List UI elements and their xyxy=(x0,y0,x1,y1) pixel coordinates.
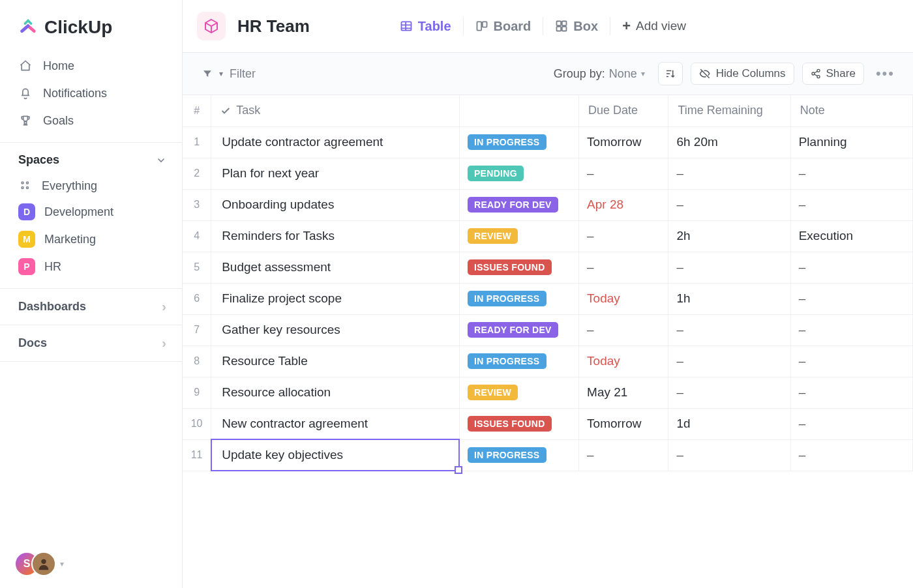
sort-button[interactable] xyxy=(658,62,683,85)
cell-status[interactable]: READY FOR DEV xyxy=(459,189,578,220)
col-header-note[interactable]: Note xyxy=(790,95,912,126)
cell-task[interactable]: Update contractor agreement xyxy=(211,126,460,158)
table-row[interactable]: 10 New contractor agreement ISSUES FOUND… xyxy=(183,408,913,439)
table-row[interactable]: 3 Onboarding updates READY FOR DEV Apr 2… xyxy=(183,189,913,220)
hide-columns-button[interactable]: Hide Columns xyxy=(691,63,794,85)
cell-task[interactable]: Plan for next year xyxy=(211,158,460,189)
cell-task[interactable]: New contractor agreement xyxy=(211,408,460,439)
cell-num[interactable]: 4 xyxy=(183,220,211,252)
cell-status[interactable]: ISSUES FOUND xyxy=(459,408,578,439)
more-menu[interactable]: ••• xyxy=(872,65,899,82)
cell-status[interactable]: IN PROGRESS xyxy=(459,439,578,471)
table-row[interactable]: 2 Plan for next year PENDING – – – xyxy=(183,158,913,189)
cell-note[interactable]: – xyxy=(790,377,912,408)
cell-note[interactable]: – xyxy=(790,345,912,377)
cell-task[interactable]: Update key objectives xyxy=(211,439,460,471)
cell-status[interactable]: IN PROGRESS xyxy=(459,345,578,377)
spaces-header[interactable]: Spaces xyxy=(0,143,182,173)
view-tab-table[interactable]: Table xyxy=(388,16,463,37)
col-header-task[interactable]: Task xyxy=(211,95,460,126)
cell-note[interactable]: – xyxy=(790,314,912,345)
cell-due[interactable]: Tomorrow xyxy=(579,126,668,158)
view-tab-board[interactable]: Board xyxy=(464,16,543,37)
cell-due[interactable]: – xyxy=(579,158,668,189)
sidebar-space-hr[interactable]: P HR xyxy=(0,253,182,280)
cell-time[interactable]: – xyxy=(668,345,790,377)
cell-status[interactable]: REVIEW xyxy=(459,220,578,252)
cell-status[interactable]: PENDING xyxy=(459,158,578,189)
cell-task[interactable]: Resource Table xyxy=(211,345,460,377)
cell-num[interactable]: 8 xyxy=(183,345,211,377)
cell-due[interactable]: May 21 xyxy=(579,377,668,408)
cell-time[interactable]: – xyxy=(668,314,790,345)
sidebar-item-dashboards[interactable]: Dashboards › xyxy=(0,289,182,325)
cell-due[interactable]: Today xyxy=(579,283,668,314)
table-row[interactable]: 4 Reminders for Tasks REVIEW – 2h Execut… xyxy=(183,220,913,252)
cell-status[interactable]: IN PROGRESS xyxy=(459,126,578,158)
cell-num[interactable]: 11 xyxy=(183,439,211,471)
cell-num[interactable]: 10 xyxy=(183,408,211,439)
cell-due[interactable]: Tomorrow xyxy=(579,408,668,439)
sidebar-space-development[interactable]: D Development xyxy=(0,198,182,226)
cell-status[interactable]: REVIEW xyxy=(459,377,578,408)
sidebar-item-docs[interactable]: Docs › xyxy=(0,325,182,361)
cell-task[interactable]: Reminders for Tasks xyxy=(211,220,460,252)
cell-num[interactable]: 5 xyxy=(183,252,211,283)
cell-time[interactable]: – xyxy=(668,252,790,283)
cell-num[interactable]: 1 xyxy=(183,126,211,158)
cell-time[interactable]: – xyxy=(668,439,790,471)
sidebar-item-home[interactable]: Home xyxy=(0,52,182,80)
cell-time[interactable]: 2h xyxy=(668,220,790,252)
cell-note[interactable]: – xyxy=(790,283,912,314)
cell-num[interactable]: 9 xyxy=(183,377,211,408)
cell-num[interactable]: 6 xyxy=(183,283,211,314)
cell-task[interactable]: Budget assessment xyxy=(211,252,460,283)
cell-num[interactable]: 7 xyxy=(183,314,211,345)
cell-task[interactable]: Finalize project scope xyxy=(211,283,460,314)
cell-due[interactable]: – xyxy=(579,252,668,283)
table-row[interactable]: 8 Resource Table IN PROGRESS Today – – xyxy=(183,345,913,377)
sidebar-space-marketing[interactable]: M Marketing xyxy=(0,226,182,253)
sidebar-item-goals[interactable]: Goals xyxy=(0,107,182,134)
cell-due[interactable]: – xyxy=(579,314,668,345)
cell-time[interactable]: – xyxy=(668,377,790,408)
cell-status[interactable]: ISSUES FOUND xyxy=(459,252,578,283)
cell-note[interactable]: Planning xyxy=(790,126,912,158)
col-header-status[interactable] xyxy=(459,95,578,126)
sidebar-item-everything[interactable]: Everything xyxy=(0,173,182,198)
col-header-num[interactable]: # xyxy=(183,95,211,126)
cell-task[interactable]: Resource allocation xyxy=(211,377,460,408)
space-icon[interactable] xyxy=(197,12,226,40)
cell-note[interactable]: – xyxy=(790,439,912,471)
user-menu[interactable]: S ▾ xyxy=(14,551,64,576)
share-button[interactable]: Share xyxy=(802,63,864,85)
table-row[interactable]: 7 Gather key resources READY FOR DEV – –… xyxy=(183,314,913,345)
cell-time[interactable]: – xyxy=(668,158,790,189)
cell-status[interactable]: READY FOR DEV xyxy=(459,314,578,345)
table-row[interactable]: 6 Finalize project scope IN PROGRESS Tod… xyxy=(183,283,913,314)
cell-time[interactable]: 1h xyxy=(668,283,790,314)
cell-note[interactable]: Execution xyxy=(790,220,912,252)
app-logo[interactable]: ClickUp xyxy=(0,0,182,47)
sidebar-item-notifications[interactable]: Notifications xyxy=(0,80,182,107)
cell-due[interactable]: Apr 28 xyxy=(579,189,668,220)
table-row[interactable]: 11 Update key objectives IN PROGRESS – –… xyxy=(183,439,913,471)
cell-task[interactable]: Gather key resources xyxy=(211,314,460,345)
add-view-button[interactable]: + Add view xyxy=(622,18,686,35)
table-row[interactable]: 1 Update contractor agreement IN PROGRES… xyxy=(183,126,913,158)
cell-status[interactable]: IN PROGRESS xyxy=(459,283,578,314)
cell-num[interactable]: 3 xyxy=(183,189,211,220)
filter-button[interactable]: ▾ Filter xyxy=(197,63,261,85)
cell-due[interactable]: – xyxy=(579,439,668,471)
cell-note[interactable]: – xyxy=(790,252,912,283)
cell-num[interactable]: 2 xyxy=(183,158,211,189)
col-header-due[interactable]: Due Date xyxy=(579,95,668,126)
table-row[interactable]: 5 Budget assessment ISSUES FOUND – – – xyxy=(183,252,913,283)
group-by-select[interactable]: Group by: None ▾ xyxy=(554,67,645,81)
table-row[interactable]: 9 Resource allocation REVIEW May 21 – – xyxy=(183,377,913,408)
view-tab-box[interactable]: Box xyxy=(543,16,610,37)
cell-task[interactable]: Onboarding updates xyxy=(211,189,460,220)
cell-note[interactable]: – xyxy=(790,189,912,220)
cell-time[interactable]: 6h 20m xyxy=(668,126,790,158)
cell-time[interactable]: – xyxy=(668,189,790,220)
